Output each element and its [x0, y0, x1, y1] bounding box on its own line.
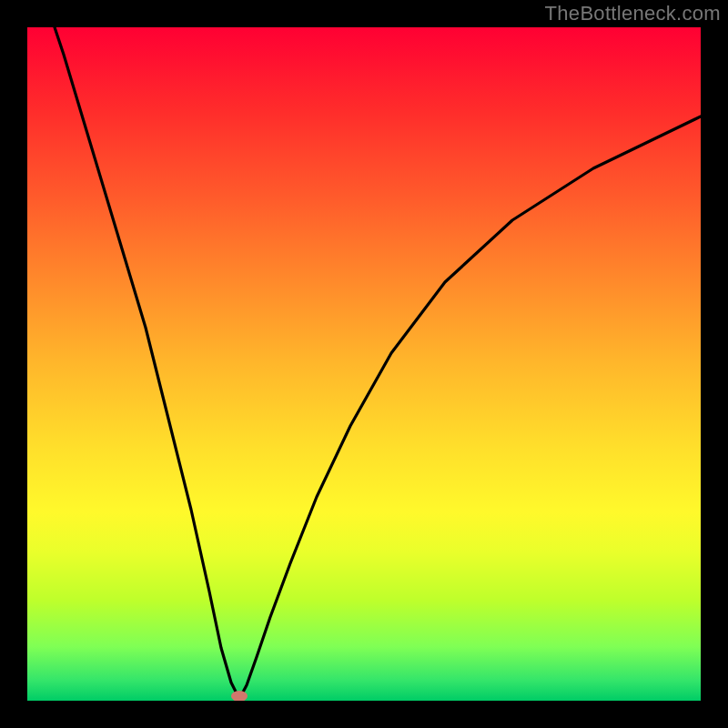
chart-svg	[27, 27, 701, 701]
chart-frame: TheBottleneck.com	[0, 0, 728, 728]
curve-minimum-marker	[231, 691, 248, 701]
watermark-text: TheBottleneck.com	[545, 2, 721, 25]
bottleneck-curve	[36, 27, 701, 699]
